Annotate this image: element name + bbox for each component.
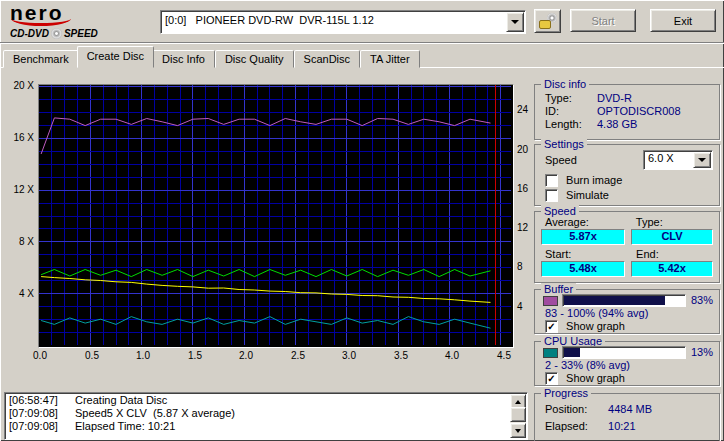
scrollbar-thumb[interactable]	[510, 407, 526, 422]
cpu-show-graph-checkbox[interactable]: ✓ Show graph	[545, 371, 715, 383]
tab-scandisc[interactable]: ScanDisc	[294, 50, 360, 68]
elapsed-value: 10:21	[608, 420, 636, 432]
disc-id-row: ID:OPTODISCR008	[545, 105, 715, 117]
x-tick-4: 2.0	[231, 350, 261, 361]
start-speed-value: 5.48x	[541, 261, 625, 277]
speed-type-value: CLV	[631, 229, 713, 245]
nero-swoosh-icon	[11, 11, 71, 26]
buffer-bar	[562, 294, 686, 307]
progress-title: Progress	[541, 387, 591, 399]
position-value: 4484 MB	[608, 403, 652, 415]
disc-id-value: OPTODISCR008	[597, 105, 681, 117]
scroll-up-icon	[515, 397, 521, 404]
y-left-tick-16x: 16 X	[6, 132, 34, 143]
speed-select[interactable]: 6.0 X	[643, 150, 713, 170]
y-left-tick-4x: 4 X	[6, 288, 34, 299]
tab-ta-jitter[interactable]: TA Jitter	[360, 50, 420, 68]
end-speed-value: 5.42x	[631, 261, 713, 277]
disc-type-row: Type:DVD-R	[545, 92, 715, 104]
write-speed-chart	[39, 85, 511, 345]
logo-speed-text: SPEED	[64, 28, 98, 39]
drive-selector[interactable]: [0:0] PIONEER DVD-RW DVR-115L 1.12	[160, 10, 526, 34]
buffer-group: Buffer 83% 83 - 100% (94% avg) ✓ Show gr…	[534, 289, 720, 334]
disc-type-value: DVD-R	[597, 92, 632, 104]
buffer-bar-fill	[564, 296, 665, 305]
cpu-bar-fill	[564, 348, 580, 357]
progress-group: Progress Position: 4484 MB Elapsed: 10:2…	[534, 393, 720, 441]
type-label: Type:	[636, 216, 663, 228]
nero-cd-dvd-speed-window: nero CD-DVD SPEED [0:0] PIONEER DVD-RW D…	[0, 0, 724, 441]
x-tick-9: 4.5	[489, 350, 519, 361]
tab-benchmark[interactable]: Benchmark	[3, 50, 79, 68]
disc-length-value: 4.38 GB	[597, 118, 637, 130]
speed-chart-plot	[38, 84, 514, 348]
disc-info-title: Disc info	[541, 78, 589, 90]
scroll-down-icon	[515, 429, 521, 436]
disc-icon	[51, 28, 62, 39]
disc-info-group: Disc info Type:DVD-R ID:OPTODISCR008 Len…	[534, 84, 720, 140]
elapsed-row: Elapsed: 10:21	[545, 420, 715, 432]
chevron-down-icon	[698, 158, 706, 166]
cpu-range-text: 2 - 33% (8% avg)	[545, 359, 715, 371]
burn-image-checkbox-box[interactable]	[545, 174, 558, 187]
scroll-down-button[interactable]	[510, 423, 526, 438]
x-tick-5: 2.5	[283, 350, 313, 361]
start-button[interactable]: Start	[570, 9, 636, 32]
log-entry: [07:09:08]Speed5 X CLV (5.87 X average)	[6, 407, 509, 420]
x-tick-3: 1.5	[180, 350, 210, 361]
tab-disc-quality[interactable]: Disc Quality	[215, 50, 294, 68]
chevron-down-icon	[511, 20, 519, 28]
speed-select-value: 6.0 X	[648, 152, 694, 164]
log-entry: [07:09:08]Elapsed Time: 10:21	[6, 420, 509, 433]
end-speed-label: End:	[636, 248, 659, 260]
toolbar-separator	[0, 42, 724, 44]
cpu-show-graph-box[interactable]: ✓	[545, 372, 558, 385]
y-left-tick-20x: 20 X	[6, 80, 34, 91]
buffer-range-text: 83 - 100% (94% avg)	[545, 307, 715, 319]
tab-disc-info[interactable]: Disc Info	[152, 50, 215, 68]
drive-selector-value: [0:0] PIONEER DVD-RW DVR-115L 1.12	[165, 14, 507, 26]
logo-cd-dvd-text: CD-DVD	[10, 28, 49, 39]
status-log-lines: [06:58:47]Creating Data Disc [07:09:08]S…	[6, 394, 509, 438]
speed-group: Speed Average: Type: 5.87x CLV Start: En…	[534, 211, 720, 283]
cpu-usage-group: CPU Usage 13% 2 - 33% (8% avg) ✓ Show gr…	[534, 341, 720, 386]
disc-length-row: Length:4.38 GB	[545, 118, 715, 130]
x-tick-7: 3.5	[386, 350, 416, 361]
buffer-show-graph-box[interactable]: ✓	[545, 320, 558, 333]
x-tick-0: 0.0	[25, 350, 55, 361]
x-tick-1: 0.5	[77, 350, 107, 361]
cpu-color-swatch	[543, 348, 558, 358]
y-left-tick-12x: 12 X	[6, 184, 34, 195]
buffer-show-graph-checkbox[interactable]: ✓ Show graph	[545, 319, 715, 331]
drive-selector-dropdown-button[interactable]	[506, 12, 524, 32]
buffer-color-swatch	[543, 296, 558, 306]
cpu-bar	[562, 346, 686, 359]
settings-group: Settings Speed 6.0 X Burn image Simulate	[534, 144, 720, 206]
y-left-tick-8x: 8 X	[6, 236, 34, 247]
x-tick-6: 3.0	[334, 350, 364, 361]
start-speed-label: Start:	[545, 248, 633, 260]
log-entry: [06:58:47]Creating Data Disc	[6, 394, 509, 407]
average-speed-value: 5.87x	[541, 229, 625, 245]
burn-image-checkbox[interactable]: Burn image	[545, 173, 715, 185]
speed-select-dropdown-button[interactable]	[693, 152, 711, 168]
tab-bar: Benchmark Create Disc Disc Info Disc Qua…	[3, 47, 724, 68]
eject-disc-button[interactable]	[534, 9, 561, 33]
nero-logo: nero CD-DVD SPEED	[10, 3, 155, 43]
simulate-checkbox[interactable]: Simulate	[545, 188, 715, 200]
simulate-checkbox-box[interactable]	[545, 189, 558, 202]
status-log[interactable]: [06:58:47]Creating Data Disc [07:09:08]S…	[4, 392, 528, 440]
tab-create-disc[interactable]: Create Disc	[77, 46, 154, 68]
cpu-percent: 13%	[691, 346, 713, 358]
nero-logo-subtitle: CD-DVD SPEED	[10, 28, 155, 39]
average-label: Average:	[545, 216, 633, 228]
log-scrollbar[interactable]	[510, 394, 526, 438]
exit-button[interactable]: Exit	[650, 9, 716, 32]
disc-hand-icon	[539, 13, 557, 29]
settings-title: Settings	[541, 138, 587, 150]
x-tick-8: 4.0	[437, 350, 467, 361]
x-tick-2: 1.0	[128, 350, 158, 361]
buffer-percent: 83%	[691, 294, 713, 306]
position-row: Position: 4484 MB	[545, 403, 715, 415]
